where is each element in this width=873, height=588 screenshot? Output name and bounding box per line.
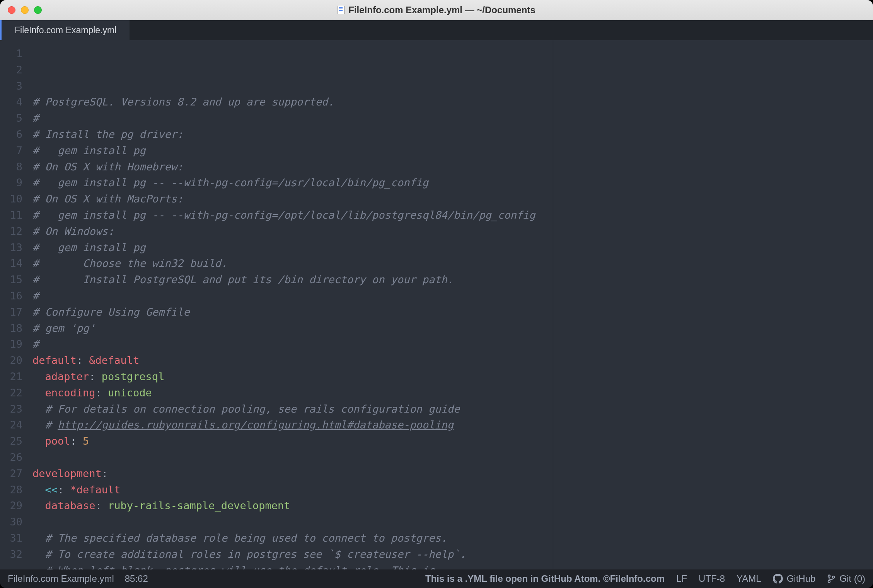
titlebar: FileInfo.com Example.yml — ~/Documents [0, 0, 873, 20]
line-number: 3 [0, 78, 22, 94]
line-number: 25 [0, 433, 22, 449]
line-number: 31 [0, 530, 22, 546]
code-line[interactable]: # gem install pg -- --with-pg-config=/us… [32, 175, 873, 191]
code-line[interactable]: # Install PostgreSQL and put its /bin di… [32, 272, 873, 288]
line-number: 30 [0, 514, 22, 530]
code-line[interactable] [32, 449, 873, 466]
document-icon [338, 6, 344, 14]
code-line[interactable]: # http://guides.rubyonrails.org/configur… [32, 417, 873, 433]
line-number: 12 [0, 223, 22, 240]
minimize-window-button[interactable] [21, 6, 29, 14]
status-grammar[interactable]: YAML [737, 573, 761, 584]
code-line[interactable]: adapter: postgresql [32, 369, 873, 385]
code-line[interactable]: development: [32, 466, 873, 482]
github-icon [773, 574, 783, 584]
line-number: 13 [0, 240, 22, 256]
line-number: 9 [0, 175, 22, 191]
code-line[interactable]: encoding: unicode [32, 385, 873, 401]
line-number: 26 [0, 449, 22, 466]
code-line[interactable]: # [32, 336, 873, 352]
code-line[interactable]: # gem install pg [32, 240, 873, 256]
code-line[interactable]: <<: *default [32, 482, 873, 498]
code-line[interactable]: # On OS X with MacPorts: [32, 191, 873, 207]
svg-point-0 [828, 575, 830, 577]
window-title: FileInfo.com Example.yml — ~/Documents [338, 5, 535, 15]
line-number: 21 [0, 369, 22, 385]
line-number: 32 [0, 546, 22, 563]
status-bar: FileInfo.com Example.yml 85:62 This is a… [0, 569, 873, 588]
line-number: 1 [0, 46, 22, 62]
line-number: 10 [0, 191, 22, 207]
code-line[interactable]: # gem install pg [32, 143, 873, 159]
svg-point-2 [832, 576, 835, 578]
status-git-label: Git (0) [839, 573, 865, 584]
line-number: 19 [0, 336, 22, 352]
code-line[interactable]: pool: 5 [32, 433, 873, 449]
line-number: 7 [0, 143, 22, 159]
tab-active[interactable]: FileInfo.com Example.yml [0, 20, 130, 40]
tab-label: FileInfo.com Example.yml [15, 25, 116, 36]
code-line[interactable]: # To create additional roles in postgres… [32, 546, 873, 563]
code-line[interactable]: # The specified database role being used… [32, 530, 873, 546]
line-number: 20 [0, 352, 22, 369]
status-github[interactable]: GitHub [773, 573, 816, 584]
code-line[interactable]: # Install the pg driver: [32, 126, 873, 143]
line-number: 29 [0, 498, 22, 514]
status-line-ending[interactable]: LF [676, 573, 687, 584]
tab-bar: FileInfo.com Example.yml [0, 20, 873, 40]
line-number: 18 [0, 320, 22, 336]
status-git[interactable]: Git (0) [827, 573, 865, 584]
code-line[interactable]: # gem install pg -- --with-pg-config=/op… [32, 207, 873, 223]
code-line[interactable]: database: ruby-rails-sample_development [32, 498, 873, 514]
code-line[interactable]: # On Windows: [32, 223, 873, 240]
line-number-gutter: 1234567891011121314151617181920212223242… [0, 40, 27, 569]
line-number: 6 [0, 126, 22, 143]
code-line[interactable]: # gem 'pg' [32, 320, 873, 336]
code-line[interactable]: # On OS X with Homebrew: [32, 159, 873, 175]
status-encoding[interactable]: UTF-8 [699, 573, 725, 584]
code-line[interactable]: # When left blank, postgres will use the… [32, 563, 873, 570]
code-line[interactable]: default: &default [32, 352, 873, 369]
status-cursor-position[interactable]: 85:62 [125, 573, 148, 584]
line-number: 23 [0, 401, 22, 417]
code-line[interactable]: # [32, 110, 873, 126]
editor-area[interactable]: 1234567891011121314151617181920212223242… [0, 40, 873, 569]
line-number: 8 [0, 159, 22, 175]
line-number: 27 [0, 466, 22, 482]
code-line[interactable]: # Configure Using Gemfile [32, 304, 873, 320]
code-area[interactable]: # PostgreSQL. Versions 8.2 and up are su… [27, 40, 873, 569]
maximize-window-button[interactable] [34, 6, 42, 14]
code-line[interactable] [32, 514, 873, 530]
editor-window: FileInfo.com Example.yml — ~/Documents F… [0, 0, 873, 588]
line-number: 14 [0, 255, 22, 272]
line-number: 17 [0, 304, 22, 320]
code-line[interactable]: # For details on connection pooling, see… [32, 401, 873, 417]
status-note: This is a .YML file open in GitHub Atom.… [425, 573, 665, 584]
line-number: 5 [0, 110, 22, 126]
status-github-label: GitHub [787, 573, 816, 584]
code-line[interactable]: # PostgreSQL. Versions 8.2 and up are su… [32, 94, 873, 110]
line-number: 15 [0, 272, 22, 288]
traffic-lights [8, 6, 42, 14]
line-number: 28 [0, 482, 22, 498]
line-number: 24 [0, 417, 22, 433]
line-number: 4 [0, 94, 22, 110]
code-line[interactable]: # [32, 288, 873, 304]
line-number: 11 [0, 207, 22, 223]
git-branch-icon [827, 574, 835, 583]
window-title-text: FileInfo.com Example.yml — ~/Documents [348, 5, 535, 15]
line-number: 16 [0, 288, 22, 304]
close-window-button[interactable] [8, 6, 15, 14]
status-filename[interactable]: FileInfo.com Example.yml [8, 573, 114, 584]
line-number: 2 [0, 62, 22, 78]
line-number: 22 [0, 385, 22, 401]
status-right: This is a .YML file open in GitHub Atom.… [425, 573, 865, 584]
svg-point-1 [828, 580, 830, 583]
code-line[interactable]: # Choose the win32 build. [32, 255, 873, 272]
status-left: FileInfo.com Example.yml 85:62 [8, 573, 148, 584]
wrap-guide [553, 40, 553, 569]
